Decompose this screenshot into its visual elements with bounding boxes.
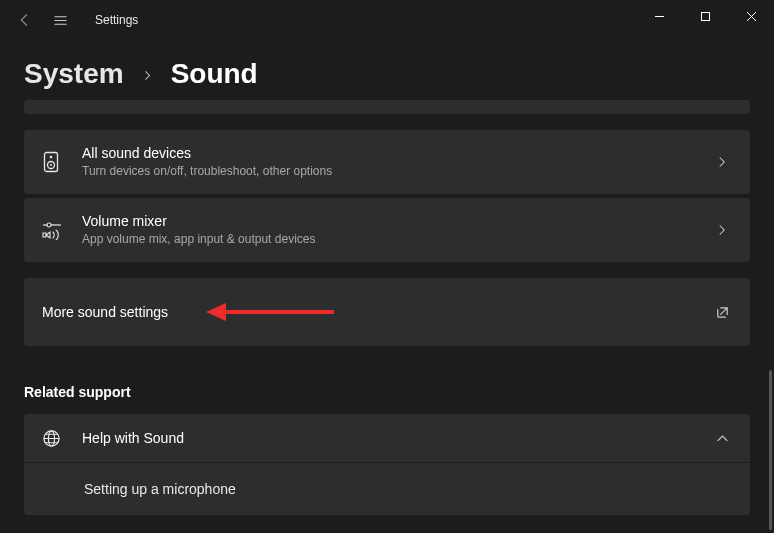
minimize-button[interactable] — [636, 0, 682, 32]
svg-rect-0 — [701, 12, 709, 20]
related-support-heading: Related support — [24, 384, 750, 400]
all-sound-devices-card[interactable]: All sound devices Turn devices on/off, t… — [24, 130, 750, 194]
card-title: Volume mixer — [82, 212, 712, 230]
svg-point-4 — [50, 164, 52, 166]
app-title: Settings — [95, 13, 138, 27]
card-title: All sound devices — [82, 144, 712, 162]
card-title: Help with Sound — [82, 429, 712, 447]
card-subtitle: Turn devices on/off, troubleshoot, other… — [82, 162, 712, 180]
card-subtitle: App volume mix, app input & output devic… — [82, 230, 712, 248]
page-title: Sound — [171, 58, 258, 90]
globe-icon — [42, 429, 70, 448]
chevron-up-icon — [712, 428, 732, 448]
maximize-button[interactable] — [682, 0, 728, 32]
menu-icon[interactable] — [49, 9, 71, 31]
scrollbar-thumb[interactable] — [769, 370, 772, 530]
breadcrumb-parent[interactable]: System — [24, 58, 124, 90]
svg-point-2 — [50, 156, 53, 159]
more-sound-settings-card[interactable]: More sound settings — [24, 278, 750, 346]
open-external-icon — [712, 302, 732, 322]
mixer-icon — [42, 220, 70, 240]
speaker-icon — [42, 151, 70, 173]
back-button[interactable] — [13, 9, 35, 31]
chevron-right-icon — [712, 220, 732, 240]
chevron-right-icon — [712, 152, 732, 172]
help-subitem-microphone[interactable]: Setting up a microphone — [24, 462, 750, 515]
svg-point-5 — [47, 223, 51, 227]
volume-mixer-card[interactable]: Volume mixer App volume mix, app input &… — [24, 198, 750, 262]
close-button[interactable] — [728, 0, 774, 32]
breadcrumb: System Sound — [0, 40, 774, 100]
chevron-right-icon — [142, 65, 153, 86]
card-title: More sound settings — [42, 303, 712, 321]
partial-card[interactable] — [24, 100, 750, 114]
help-with-sound-card[interactable]: Help with Sound — [24, 414, 750, 462]
